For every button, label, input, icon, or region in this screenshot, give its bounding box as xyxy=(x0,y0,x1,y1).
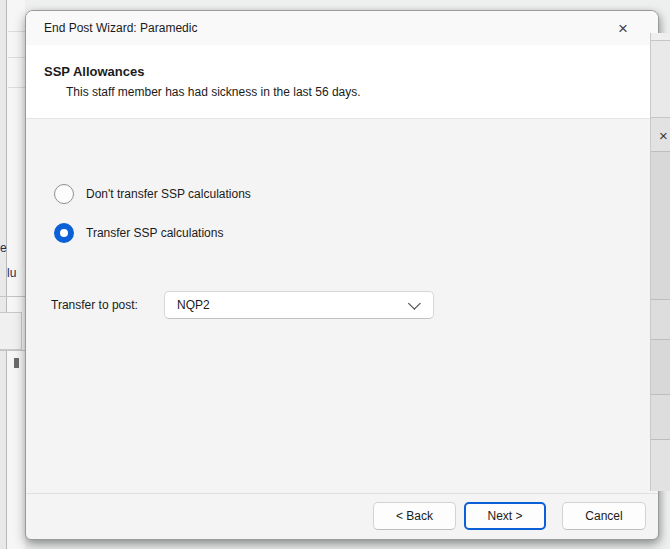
background-icon-fragment xyxy=(14,358,19,368)
background-segment xyxy=(651,152,670,300)
background-left-column xyxy=(0,0,7,549)
step-description: This staff member has had sickness in th… xyxy=(66,85,658,99)
background-segment xyxy=(651,33,670,41)
radio-label: Don't transfer SSP calculations xyxy=(86,187,251,201)
background-close-icon[interactable]: × xyxy=(659,128,668,143)
background-segment xyxy=(651,340,670,395)
transfer-to-post-label: Transfer to post: xyxy=(51,298,164,312)
background-row-divider xyxy=(8,87,25,88)
background-window-right-edge: × xyxy=(650,33,670,491)
cancel-button[interactable]: Cancel xyxy=(562,502,646,530)
next-button[interactable]: Next > xyxy=(464,502,546,530)
transfer-to-post-dropdown[interactable]: NQP2 xyxy=(164,291,434,319)
background-segment xyxy=(651,395,670,440)
dropdown-selected-value: NQP2 xyxy=(177,298,210,312)
background-window-left-edge: e lu xyxy=(0,0,25,549)
back-button[interactable]: < Back xyxy=(373,502,456,530)
radio-dont-transfer-ssp[interactable]: Don't transfer SSP calculations xyxy=(54,184,251,204)
radio-selected-icon xyxy=(54,223,74,243)
background-divider xyxy=(0,296,25,297)
radio-unselected-icon xyxy=(54,184,74,204)
background-segment xyxy=(651,41,670,118)
background-text-fragment: lu xyxy=(7,266,16,280)
step-title: SSP Allowances xyxy=(44,64,658,79)
end-post-wizard-dialog: End Post Wizard: Paramedic × SSP Allowan… xyxy=(25,10,659,540)
close-icon[interactable]: × xyxy=(610,16,636,40)
dialog-titlebar: End Post Wizard: Paramedic × xyxy=(26,11,658,45)
background-row-divider xyxy=(8,57,25,58)
radio-label: Transfer SSP calculations xyxy=(86,226,223,240)
background-segment xyxy=(651,300,670,340)
background-row-divider xyxy=(8,31,25,32)
background-segment xyxy=(651,440,670,491)
background-text-fragment: e xyxy=(0,241,7,255)
background-divider xyxy=(0,350,25,351)
wizard-step-header: SSP Allowances This staff member has had… xyxy=(26,45,658,119)
background-field-fragment xyxy=(0,312,22,350)
transfer-to-post-row: Transfer to post: NQP2 xyxy=(51,291,434,319)
radio-transfer-ssp[interactable]: Transfer SSP calculations xyxy=(54,223,223,243)
dialog-title: End Post Wizard: Paramedic xyxy=(44,21,197,35)
chevron-down-icon xyxy=(408,297,421,310)
wizard-button-bar: < Back Next > Cancel xyxy=(26,493,658,540)
